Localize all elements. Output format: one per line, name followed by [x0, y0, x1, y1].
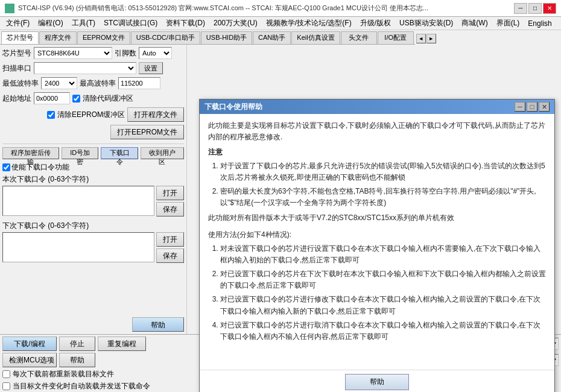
usage-item-3: 对已设置下载口令的芯片进行修改下载口令在本次下载口令输入框内输入之前设置的下载口… [220, 294, 546, 317]
dialog-help-button[interactable]: 帮助 [345, 374, 409, 390]
dialog-intro: 此功能主要是实现将目标芯片设置下载口令,下载时必须输入正确的下载口令才可下载代码… [208, 120, 546, 143]
usage-item-1: 对未设置下载口令的芯片进行设置下载口令在本次下载口令输入框内不需要输入,在下次下… [220, 243, 546, 266]
save-current-password-button[interactable]: 保存 [156, 202, 184, 217]
auto-download-check[interactable] [2, 382, 10, 390]
detect-mcu-button[interactable]: 检测MCU选项 [2, 353, 57, 367]
menu-item[interactable]: 工具(T) [68, 17, 99, 29]
dialog-content: 此功能主要是实现将目标芯片设置下载口令,下载时必须输入正确的下载口令才可下载代码… [200, 114, 554, 370]
menu-item[interactable]: 资料下载(D) [162, 17, 209, 29]
start-addr-row: 起始地址 0x0000 清除代码缓冲区 [2, 92, 184, 104]
usage-title: 使用方法(分如下4种情况): [208, 229, 546, 241]
reload-file-label: 每次下载前都重新装载目标文件 [13, 369, 114, 379]
program-encrypt-button[interactable]: 程序加密后传输 [2, 147, 59, 159]
use-password-check[interactable] [2, 163, 10, 171]
left-panel: 芯片型号 STC8H8K64U 引脚数 Auto 扫描串口 设置 最低波特率 2… [0, 45, 187, 334]
menu-item[interactable]: 200万大奖(U) [210, 17, 261, 29]
close-button[interactable]: ✕ [543, 3, 556, 14]
stop-button[interactable]: 停止 [59, 337, 95, 351]
open-next-password-button[interactable]: 打开 [156, 232, 184, 247]
menu-item[interactable]: English [524, 19, 555, 28]
next-password-input[interactable] [2, 232, 154, 262]
dialog-maximize-button[interactable]: □ [527, 102, 537, 112]
open-program-row: 清除EEPROM缓冲区 打开程序文件 [2, 107, 184, 122]
chip-type-row: 芯片型号 STC8H8K64U 引脚数 Auto [2, 47, 184, 59]
min-baud-label: 最低波特率 [2, 78, 39, 89]
open-current-password-button[interactable]: 打开 [156, 186, 184, 200]
use-password-label: 使能下载口令功能 [11, 162, 69, 172]
id-encrypt-button[interactable]: ID号加密 [62, 147, 98, 159]
clear-eeprom-check[interactable] [47, 111, 55, 119]
chip-type-select[interactable]: STC8H8K64U [34, 47, 112, 59]
open-eeprom-row: 打开EEPROM文件 [2, 125, 184, 139]
clear-code-cache-label: 清除代码缓冲区 [83, 93, 133, 104]
open-eeprom-button[interactable]: 打开EEPROM文件 [110, 125, 184, 139]
pin-count-select[interactable]: Auto [139, 47, 172, 59]
scan-port-select[interactable] [34, 62, 136, 74]
download-password-button[interactable]: 下载口令 [101, 147, 138, 159]
chip-type-label: 芯片型号 [2, 48, 31, 58]
baud-rate-row: 最低波特率 2400 最高波特率 115200 [2, 77, 184, 89]
note-title: 注意 [208, 147, 546, 158]
menu-item[interactable]: 编程(O) [34, 17, 66, 29]
minimize-button[interactable]: ─ [514, 3, 527, 14]
help-dialog: 下载口令使用帮助 ─ □ ✕ 此功能主要是实现将目标芯片设置下载口令,下载时必须… [199, 99, 555, 392]
tab-8[interactable]: I/O配置 [378, 31, 414, 44]
menu-item[interactable]: 文件(F) [2, 17, 33, 29]
dialog-footer: 帮助 [200, 370, 554, 392]
tab-next-btn[interactable]: ► [426, 34, 436, 43]
tabs-container: 芯片型号程序文件EEPROM文件USB-CDC/串口助手USB-HID助手CAN… [0, 30, 561, 45]
usage-list: 对未设置下载口令的芯片进行设置下载口令在本次下载口令输入框内不需要输入,在下次下… [208, 243, 546, 343]
current-password-input[interactable] [2, 186, 154, 216]
receive-user-area-button[interactable]: 收到用户区 [141, 147, 184, 159]
effect-text: 此功能对所有固件版本大于或等于V7.2的STC8xx/STC15xx系列的单片机… [208, 212, 546, 224]
settings-button[interactable]: 设置 [139, 62, 163, 74]
dialog-close-button[interactable]: ✕ [539, 102, 550, 112]
note-item-2: 密码的最大长度为63个字符,不能包含空格,TAB符号,回车换行符等空白字符.用户… [220, 186, 546, 209]
menu-item[interactable]: USB驱动安装(D) [396, 17, 457, 29]
tab-prev-btn[interactable]: ◄ [416, 34, 426, 43]
pin-count-label: 引脚数 [115, 48, 136, 58]
min-baud-select[interactable]: 2400 [41, 77, 77, 89]
start-addr-input[interactable]: 0x0000 [34, 92, 70, 104]
download-program-button[interactable]: 下载/编程 [2, 337, 57, 351]
max-baud-input[interactable]: 115200 [118, 77, 160, 89]
app-icon [5, 4, 14, 13]
current-password-group: 本次下载口令 (0-63个字符) 打开 保存 [2, 174, 184, 217]
dialog-title: 下载口令使用帮助 [204, 102, 262, 112]
maximize-button[interactable]: □ [528, 3, 542, 14]
tab-2[interactable]: EEPROM文件 [77, 31, 130, 44]
dialog-title-bar: 下载口令使用帮助 ─ □ ✕ [200, 100, 554, 114]
menu-item[interactable]: STC调试接口(G) [100, 17, 161, 29]
tab-6[interactable]: Keil仿真设置 [291, 31, 340, 44]
clear-code-cache-check[interactable] [72, 95, 80, 103]
usage-item-4: 对已设置下载口令的芯片进行取消下载口令在本次下载口令输入框内输入之前设置的下载口… [220, 320, 546, 343]
tab-1[interactable]: 程序文件 [39, 31, 77, 44]
window-controls: ─ □ ✕ [514, 3, 556, 14]
left-panel-help-button[interactable]: 帮助 [132, 317, 184, 332]
options-row: 程序加密后传输 ID号加密 下载口令 收到用户区 [2, 147, 184, 159]
usage-section: 使用方法(分如下4种情况): 对未设置下载口令的芯片进行设置下载口令在本次下载口… [208, 229, 546, 343]
start-addr-label: 起始地址 [2, 93, 31, 104]
tab-7[interactable]: 头文件 [341, 31, 377, 44]
use-password-row: 使能下载口令功能 [2, 162, 184, 172]
tab-5[interactable]: CAN助手 [253, 31, 291, 44]
menu-item[interactable]: 视频教学/技术论坛/选型(F) [262, 17, 355, 29]
menu-item[interactable]: 升级/版权 [357, 17, 395, 29]
tab-3[interactable]: USB-CDC/串口助手 [131, 31, 200, 44]
repeat-program-button[interactable]: 重复编程 [98, 337, 146, 351]
tab-0[interactable]: 芯片型号 [1, 31, 39, 44]
menu-bar: 文件(F)编程(O)工具(T)STC调试接口(G)资料下载(D)200万大奖(U… [0, 17, 561, 30]
menu-item[interactable]: 界面(L) [493, 17, 524, 29]
usage-item-2: 对已设置下载口令的芯片在下次下载时在本次下载口令输入框和下次下载口令输入框内都输… [220, 268, 546, 291]
reload-file-check[interactable] [2, 370, 10, 378]
dialog-minimize-button[interactable]: ─ [515, 102, 525, 112]
title-bar: STCAI-ISP (V6.94) (分销商销售电话: 0513-5501292… [0, 0, 561, 17]
save-next-password-button[interactable]: 保存 [156, 248, 184, 263]
open-program-button[interactable]: 打开程序文件 [127, 107, 184, 122]
menu-item[interactable]: 商城(W) [458, 17, 491, 29]
current-password-label: 本次下载口令 (0-63个字符) [2, 174, 184, 185]
tab-4[interactable]: USB-HID助手 [201, 31, 252, 44]
next-password-group: 下次下载口令 (0-63个字符) 打开 保存 [2, 221, 184, 263]
scan-port-row: 扫描串口 设置 [2, 62, 184, 74]
bottom-help-button[interactable]: 帮助 [59, 353, 95, 367]
